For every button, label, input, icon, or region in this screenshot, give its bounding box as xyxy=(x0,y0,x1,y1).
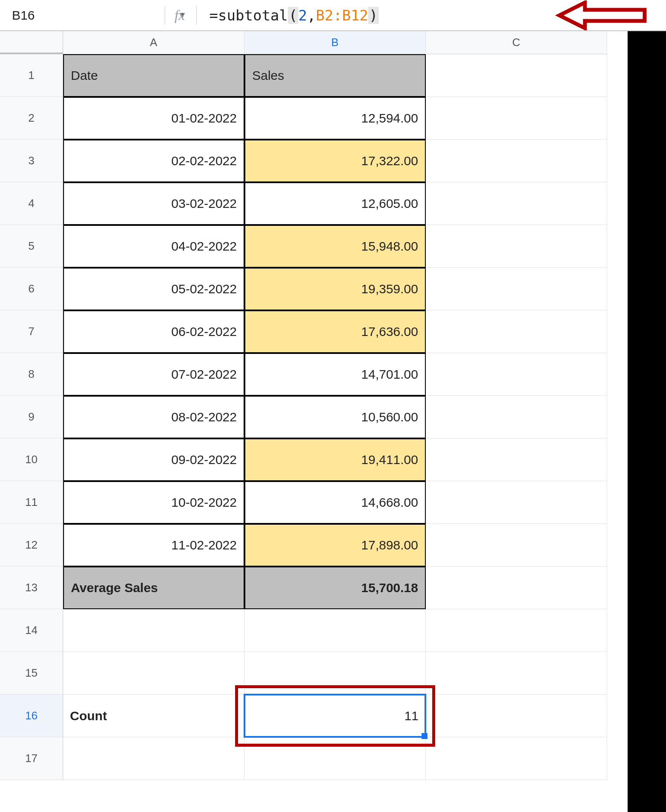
cell-b4[interactable]: 12,605.00 xyxy=(244,182,426,225)
cell-c2[interactable] xyxy=(426,97,607,140)
cell-b17[interactable] xyxy=(244,737,426,780)
row-head[interactable]: 2 xyxy=(0,97,63,140)
cell-b12[interactable]: 17,898.00 xyxy=(244,524,426,567)
row-head[interactable]: 1 xyxy=(0,54,63,97)
formula-open: ( xyxy=(288,7,298,24)
cell-b13[interactable]: 15,700.18 xyxy=(244,567,426,609)
cell-c13[interactable] xyxy=(426,567,607,609)
cell-b1[interactable]: Sales xyxy=(244,54,426,97)
cell-b5[interactable]: 15,948.00 xyxy=(244,225,426,268)
cell-b7[interactable]: 17,636.00 xyxy=(244,310,426,353)
formula-fn: subtotal xyxy=(218,7,288,24)
cell-a13[interactable]: Average Sales xyxy=(63,567,244,609)
row-head[interactable]: 17 xyxy=(0,737,63,780)
cell-c16[interactable] xyxy=(426,695,607,737)
row-head[interactable]: 15 xyxy=(0,652,63,695)
cell-c15[interactable] xyxy=(426,652,607,695)
cell-a12[interactable]: 11-02-2022 xyxy=(63,524,244,567)
cell-a9[interactable]: 08-02-2022 xyxy=(63,396,244,438)
cell-a10[interactable]: 09-02-2022 xyxy=(63,438,244,481)
formula-bar: ▼ fx = subtotal ( 2 , B2:B12 ) xyxy=(0,0,666,31)
row-head[interactable]: 10 xyxy=(0,438,63,481)
cell-a7[interactable]: 06-02-2022 xyxy=(63,310,244,353)
cell-b15[interactable] xyxy=(244,652,426,695)
cell-a14[interactable] xyxy=(63,609,244,652)
cell-b8[interactable]: 14,701.00 xyxy=(244,353,426,396)
row-head[interactable]: 13 xyxy=(0,567,63,609)
cell-a6[interactable]: 05-02-2022 xyxy=(63,268,244,310)
cell-c17[interactable] xyxy=(426,737,607,780)
cell-a17[interactable] xyxy=(63,737,244,780)
formula-close: ) xyxy=(368,7,378,24)
formula-eq: = xyxy=(209,7,218,24)
fx-icon[interactable]: fx xyxy=(174,7,185,23)
row-head[interactable]: 16 xyxy=(0,695,63,737)
cell-b11[interactable]: 14,668.00 xyxy=(244,481,426,524)
row-head[interactable]: 9 xyxy=(0,396,63,438)
formula-num: 2 xyxy=(298,7,307,24)
col-head-a[interactable]: A xyxy=(63,31,244,54)
cell-b10[interactable]: 19,411.00 xyxy=(244,438,426,481)
cell-c9[interactable] xyxy=(426,396,607,438)
spreadsheet-grid[interactable]: A B C 1 Date Sales 201-02-202212,594.003… xyxy=(0,31,666,780)
cell-b9[interactable]: 10,560.00 xyxy=(244,396,426,438)
formula-range: B2:B12 xyxy=(316,7,368,24)
cell-a16[interactable]: Count xyxy=(63,695,244,737)
cell-c12[interactable] xyxy=(426,524,607,567)
cell-a3[interactable]: 02-02-2022 xyxy=(63,140,244,182)
cell-c14[interactable] xyxy=(426,609,607,652)
cell-a15[interactable] xyxy=(63,652,244,695)
cell-c6[interactable] xyxy=(426,268,607,310)
cell-c1[interactable] xyxy=(426,54,607,97)
select-all-corner[interactable] xyxy=(0,31,63,54)
row-head[interactable]: 12 xyxy=(0,524,63,567)
cell-c3[interactable] xyxy=(426,140,607,182)
cell-a2[interactable]: 01-02-2022 xyxy=(63,97,244,140)
name-box-wrap[interactable]: ▼ xyxy=(2,0,155,30)
divider xyxy=(196,6,197,25)
arrow-left-icon xyxy=(555,0,649,30)
cell-c11[interactable] xyxy=(426,481,607,524)
col-head-c[interactable]: C xyxy=(426,31,607,54)
row-head[interactable]: 3 xyxy=(0,140,63,182)
cell-b2[interactable]: 12,594.00 xyxy=(244,97,426,140)
row-head[interactable]: 11 xyxy=(0,481,63,524)
row-head[interactable]: 5 xyxy=(0,225,63,268)
cell-c8[interactable] xyxy=(426,353,607,396)
row-head[interactable]: 7 xyxy=(0,310,63,353)
cell-a5[interactable]: 04-02-2022 xyxy=(63,225,244,268)
cell-a11[interactable]: 10-02-2022 xyxy=(63,481,244,524)
cell-c5[interactable] xyxy=(426,225,607,268)
cell-b6[interactable]: 19,359.00 xyxy=(244,268,426,310)
cell-a4[interactable]: 03-02-2022 xyxy=(63,182,244,225)
cell-c7[interactable] xyxy=(426,310,607,353)
cell-b3[interactable]: 17,322.00 xyxy=(244,140,426,182)
cell-c4[interactable] xyxy=(426,182,607,225)
cell-b16[interactable]: 11 xyxy=(244,695,426,737)
row-head[interactable]: 14 xyxy=(0,609,63,652)
cell-a1[interactable]: Date xyxy=(63,54,244,97)
row-head[interactable]: 6 xyxy=(0,268,63,310)
cell-a8[interactable]: 07-02-2022 xyxy=(63,353,244,396)
cell-c10[interactable] xyxy=(426,438,607,481)
row-head[interactable]: 8 xyxy=(0,353,63,396)
formula-comma: , xyxy=(307,7,316,24)
divider xyxy=(165,6,165,24)
col-head-b[interactable]: B xyxy=(244,31,426,54)
row-head[interactable]: 4 xyxy=(0,182,63,225)
cell-b14[interactable] xyxy=(244,609,426,652)
name-box[interactable] xyxy=(11,8,175,23)
formula-input[interactable]: = subtotal ( 2 , B2:B12 ) xyxy=(206,7,379,24)
